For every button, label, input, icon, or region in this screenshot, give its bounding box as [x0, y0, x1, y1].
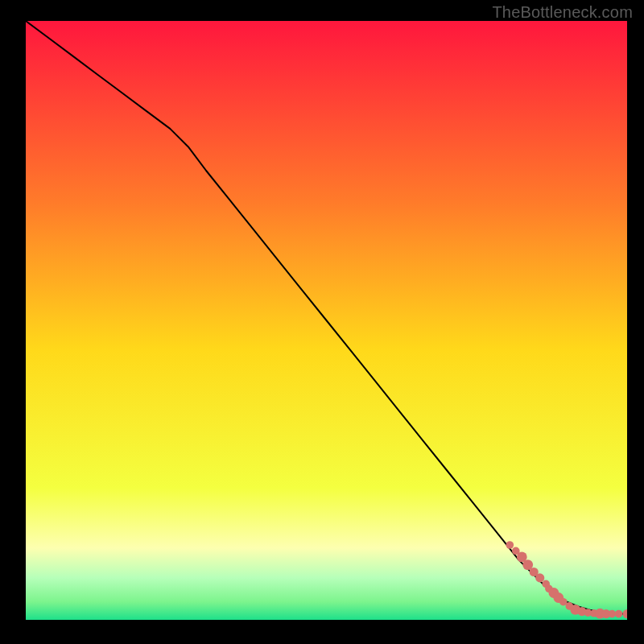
plot-area [26, 21, 627, 620]
data-marker [609, 610, 617, 618]
data-marker [506, 541, 514, 549]
chart-svg [26, 21, 627, 620]
data-marker [535, 573, 544, 582]
watermark-text: TheBottleneck.com [492, 3, 633, 22]
data-marker [615, 610, 623, 618]
chart-frame: TheBottleneck.com [0, 0, 644, 644]
